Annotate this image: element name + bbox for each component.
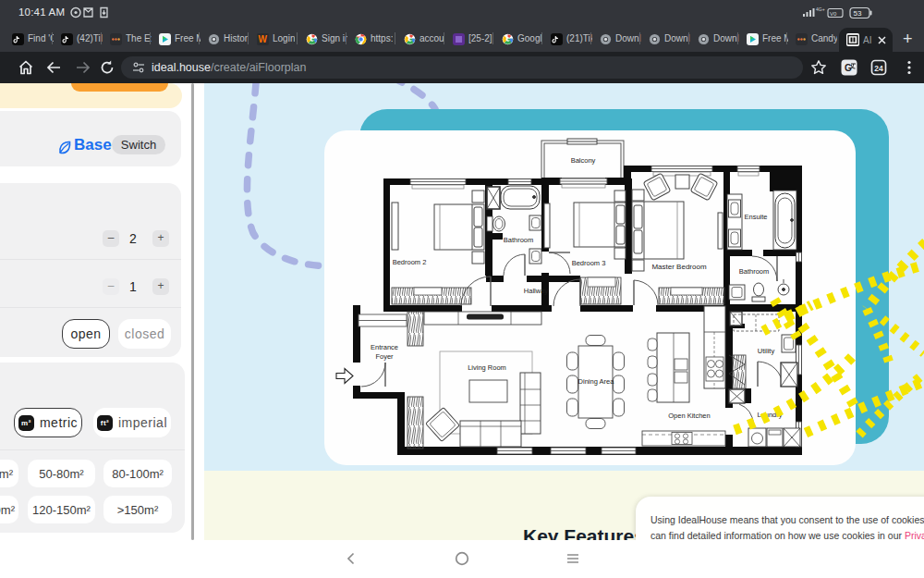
svg-text:W: W bbox=[258, 34, 267, 44]
svg-text:Dining Area: Dining Area bbox=[578, 377, 615, 386]
svg-text:G: G bbox=[845, 63, 852, 73]
svg-text:Foyer: Foyer bbox=[375, 352, 394, 361]
svg-text:Balcony: Balcony bbox=[571, 156, 596, 165]
svg-text:53: 53 bbox=[854, 9, 862, 18]
svg-text:4G+: 4G+ bbox=[816, 6, 825, 12]
svg-text:Bathroom: Bathroom bbox=[739, 267, 770, 276]
svg-text:Ensuite: Ensuite bbox=[744, 213, 767, 221]
svg-text:Living Room: Living Room bbox=[468, 363, 506, 372]
svg-text:Utility: Utility bbox=[758, 347, 775, 355]
svg-text:Open Kitchen: Open Kitchen bbox=[668, 412, 710, 420]
svg-text:Bathroom: Bathroom bbox=[504, 236, 534, 244]
svg-text:Master Bedroom: Master Bedroom bbox=[651, 263, 706, 271]
svg-text:24: 24 bbox=[874, 64, 883, 73]
svg-text:Entrance: Entrance bbox=[371, 343, 398, 351]
svg-text:Bedroom 3: Bedroom 3 bbox=[572, 259, 606, 267]
svg-text:V0: V0 bbox=[830, 11, 837, 17]
svg-text:Bedroom 2: Bedroom 2 bbox=[393, 258, 427, 266]
svg-text:Hallway: Hallway bbox=[524, 287, 549, 295]
